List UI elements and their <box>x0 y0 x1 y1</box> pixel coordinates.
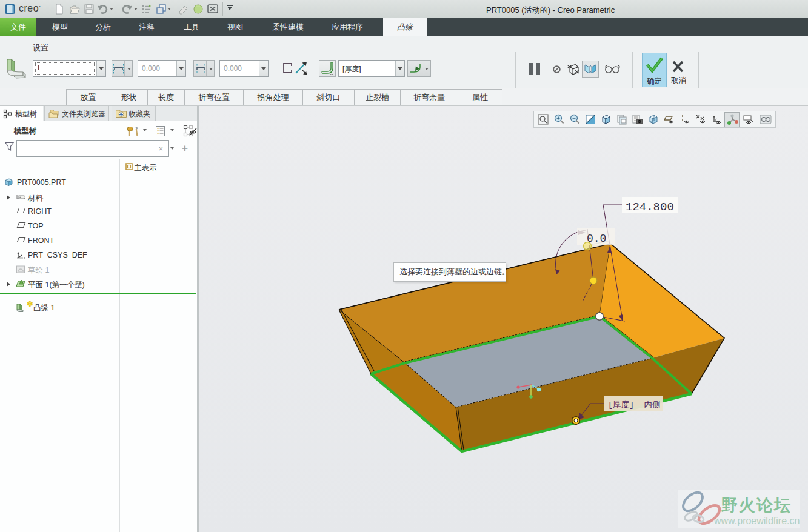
svg-text:[厚度] 内侧: [厚度] 内侧 <box>608 400 660 410</box>
svg-text:www.proewildfire.cn: www.proewildfire.cn <box>713 516 800 526</box>
svg-text:野火论坛: 野火论坛 <box>721 496 792 514</box>
svg-text:124.800: 124.800 <box>626 201 674 214</box>
